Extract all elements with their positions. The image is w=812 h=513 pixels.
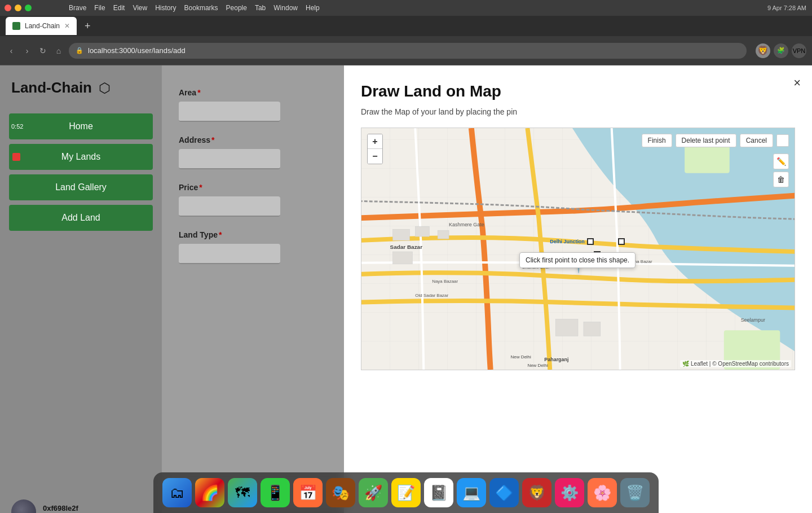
menu-tab[interactable]: Tab [255, 4, 266, 12]
dock-photos[interactable]: 🌈 [195, 478, 224, 507]
home-btn[interactable]: ⌂ [53, 45, 64, 56]
tab-bar: Land-Chain ✕ + [0, 16, 812, 36]
extension-1[interactable]: 🧩 [774, 43, 788, 58]
map-tooltip: Click first point to close this shape. [519, 252, 636, 268]
delete-tool[interactable]: 🗑 [773, 172, 789, 187]
dock-facetime[interactable]: 📱 [261, 478, 290, 507]
svg-text:Seelampur: Seelampur [741, 317, 765, 323]
svg-text:Old Sadar Bazar: Old Sadar Bazar [415, 293, 448, 298]
draw-square-tool[interactable] [776, 134, 789, 147]
modal-subtitle: Draw the Map of your land by placing the… [361, 107, 795, 116]
vpn-btn[interactable]: VPN [792, 43, 806, 58]
active-tab[interactable]: Land-Chain ✕ [6, 17, 77, 35]
tl-close[interactable] [5, 5, 11, 11]
mac-menu-bar: Brave File Edit View History Bookmarks P… [69, 4, 320, 12]
dock-finder[interactable]: 🗂 [162, 478, 192, 507]
dock-notion[interactable]: 📓 [424, 478, 453, 507]
brave-shields[interactable]: 🦁 [756, 43, 770, 58]
zoom-in-btn[interactable]: + [368, 134, 382, 149]
dock-app5[interactable]: 💻 [457, 478, 486, 507]
clock: 9 Apr 7:28 AM [767, 5, 806, 11]
user-address: 0xf698le2f [43, 504, 78, 512]
map-draw-btns: ✏️ 🗑 [773, 154, 789, 187]
menu-help[interactable]: Help [306, 4, 320, 12]
home-timer: 0:52 [9, 122, 25, 131]
svg-text:New Delhi: New Delhi [511, 354, 531, 359]
browser-chrome: ‹ › ↻ ⌂ 🔒 localhost:3000/user/lands/add … [0, 36, 812, 65]
sidebar: Land-Chain ⬡ 0:52 Home My Lands Land Gal… [0, 65, 162, 513]
menu-brave[interactable]: Brave [69, 4, 86, 12]
forward-btn[interactable]: › [21, 45, 33, 56]
svg-text:Paharganj: Paharganj [544, 357, 568, 362]
back-btn[interactable]: ‹ [6, 45, 17, 56]
logo-icon: ⬡ [99, 80, 111, 96]
svg-text:Kashmere Gate: Kashmere Gate [449, 222, 484, 227]
map-toolbar: Finish Delete last point Cancel [642, 134, 789, 147]
svg-rect-4 [438, 230, 449, 239]
polygon-point-2[interactable] [618, 238, 625, 245]
lock-icon: 🔒 [76, 47, 83, 54]
modal-close-btn[interactable]: × [793, 77, 801, 89]
menu-file[interactable]: File [94, 4, 105, 12]
tl-fullscreen[interactable] [25, 5, 32, 11]
modal-title: Draw Land on Map [361, 82, 795, 100]
mac-title-bar: Brave File Edit View History Bookmarks P… [0, 0, 812, 16]
new-tab-btn[interactable]: + [81, 20, 94, 32]
modal: × Draw Land on Map Draw the Map of your … [344, 65, 812, 513]
content-area: Area * Address * Price * [162, 65, 812, 513]
dock-app4[interactable]: 📝 [391, 478, 421, 507]
dock-app7[interactable]: ⚙️ [555, 478, 584, 507]
reload-btn[interactable]: ↻ [37, 45, 48, 56]
svg-text:Sadar Bazar: Sadar Bazar [390, 244, 423, 250]
url-text: localhost:3000/user/lands/add [88, 46, 186, 55]
tab-favicon [12, 22, 20, 30]
zoom-out-btn[interactable]: − [368, 149, 382, 164]
tab-title: Land-Chain [25, 22, 60, 30]
menu-history[interactable]: History [155, 4, 176, 12]
nav-items: 0:52 Home My Lands Land Gallery Add Land [0, 108, 162, 236]
dock: 🗂 🌈 🗺 📱 📅 🎭 🚀 📝 📓 💻 🔷 🦁 ⚙️ 🌸 🗑️ [153, 472, 659, 513]
modal-overlay: × Draw Land on Map Draw the Map of your … [162, 65, 812, 513]
dock-trash[interactable]: 🗑️ [620, 478, 650, 507]
svg-rect-3 [415, 226, 429, 236]
logo-text: Land-Chain [11, 79, 92, 97]
nav-home[interactable]: 0:52 Home [9, 113, 153, 139]
map-svg: Sadar Bazar Kashmere Gate Paharganj Seel… [361, 128, 795, 370]
user-area: 0xf698le2f user [0, 490, 162, 513]
menu-window[interactable]: Window [273, 4, 298, 12]
polygon-point-1[interactable] [587, 238, 594, 245]
cancel-btn[interactable]: Cancel [740, 134, 773, 147]
nav-land-gallery[interactable]: Land Gallery [9, 174, 153, 200]
svg-text:Delhi Junction: Delhi Junction [550, 239, 585, 244]
tab-close-btn[interactable]: ✕ [64, 22, 70, 30]
dock-app3[interactable]: 🚀 [359, 478, 388, 507]
menu-view[interactable]: View [133, 4, 147, 12]
svg-text:Naya Bazaar: Naya Bazaar [432, 279, 458, 284]
menu-bookmarks[interactable]: Bookmarks [184, 4, 218, 12]
dock-app6[interactable]: 🔷 [489, 478, 519, 507]
user-info: 0xf698le2f user [43, 504, 78, 514]
svg-rect-7 [584, 322, 601, 336]
dock-app8[interactable]: 🌸 [588, 478, 617, 507]
dock-brave[interactable]: 🦁 [522, 478, 551, 507]
tl-minimize[interactable] [15, 5, 21, 11]
menu-people[interactable]: People [226, 4, 247, 12]
svg-rect-5 [393, 252, 413, 264]
dock-maps[interactable]: 🗺 [228, 478, 257, 507]
nav-add-land[interactable]: Add Land [9, 205, 153, 231]
logo-area: Land-Chain ⬡ [0, 65, 162, 108]
address-bar[interactable]: 🔒 localhost:3000/user/lands/add [69, 43, 747, 59]
edit-tool[interactable]: ✏️ [773, 154, 789, 169]
svg-rect-6 [555, 319, 578, 336]
dock-app1[interactable]: 📅 [293, 478, 323, 507]
finish-btn[interactable]: Finish [642, 134, 672, 147]
map-attribution: 🌿 Leaflet | © OpenStreetMap contributors [680, 360, 791, 367]
menu-edit[interactable]: Edit [113, 4, 125, 12]
map-container[interactable]: Sadar Bazar Kashmere Gate Paharganj Seel… [361, 128, 795, 370]
delete-last-btn[interactable]: Delete last point [676, 134, 736, 147]
avatar [11, 499, 36, 513]
zoom-controls: + − [367, 134, 383, 164]
nav-my-lands[interactable]: My Lands [9, 144, 153, 170]
my-lands-dot [12, 153, 20, 161]
dock-app2[interactable]: 🎭 [326, 478, 355, 507]
